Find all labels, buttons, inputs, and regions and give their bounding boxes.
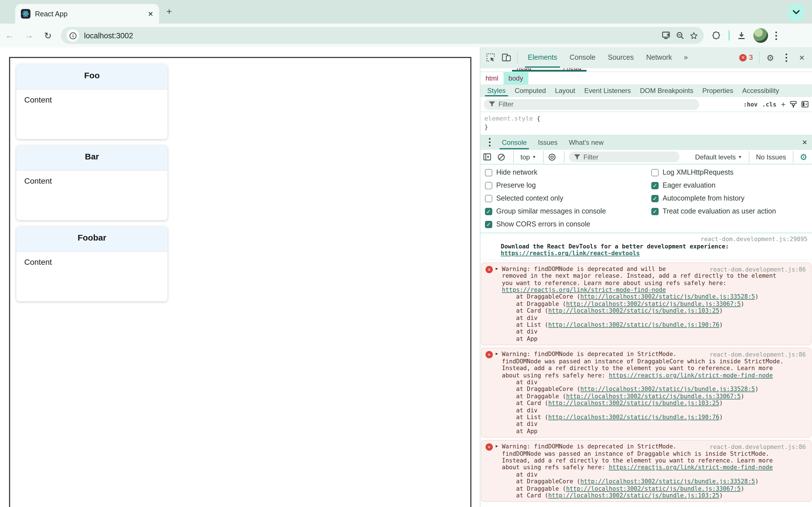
message-link[interactable]: https://reactjs.org/link/strict-mode-fin… [609,372,773,378]
setting-log-xmlhttprequests[interactable]: Log XMLHttpRequests [651,168,808,176]
expand-triangle-icon[interactable]: ▶ [496,444,498,448]
message-link[interactable]: http://localhost:3002/static/js/bundle.j… [548,307,719,314]
checkbox[interactable]: ✓ [651,182,659,189]
dom-tree-clipped-row[interactable]: head /head [480,68,812,72]
devtools-settings-icon[interactable]: ⚙ [763,51,777,64]
dock-sidebar-icon[interactable] [801,101,809,108]
message-source-link[interactable]: react-dom.development.js:29895 [501,235,808,243]
checkbox[interactable]: ✓ [651,194,659,202]
styles-filter-input[interactable]: Filter [484,99,699,110]
drawer-tab-console[interactable]: Console [496,135,532,149]
checkbox[interactable] [485,182,492,189]
message-link[interactable]: https://reactjs.org/link/react-devtools [501,250,640,257]
log-levels-selector[interactable]: Default levels▼ [693,153,744,161]
browser-tab[interactable]: React App ✕ [15,4,159,24]
new-tab-button[interactable]: + [166,7,172,16]
checkbox[interactable] [485,194,492,202]
checkbox[interactable]: ✓ [485,208,492,215]
live-expression-eye-icon[interactable] [548,153,559,161]
message-link[interactable]: http://localhost:3002/static/js/bundle.j… [566,485,741,492]
device-toolbar-icon[interactable] [500,51,513,64]
zoom-out-icon[interactable] [676,31,684,40]
card-header[interactable]: Foo [16,64,167,90]
message-link[interactable]: http://localhost:3002/static/js/bundle.j… [566,392,741,399]
forward-button[interactable]: → [19,31,38,41]
tab-search-chevron-button[interactable] [788,4,804,20]
message-link[interactable]: http://localhost:3002/static/js/bundle.j… [548,492,719,499]
setting-show-cors-errors-in-console[interactable]: ✓Show CORS errors in console [485,220,651,228]
issues-counter[interactable]: No Issues [754,153,788,161]
breadcrumb-body[interactable]: body [503,72,528,84]
message-source-link[interactable]: react-dom.development.js:86 [710,351,806,358]
message-link[interactable]: http://localhost:3002/static/js/bundle.j… [566,300,741,307]
browser-menu-icon[interactable] [775,31,777,40]
message-link[interactable]: http://localhost:3002/static/js/bundle.j… [548,321,719,328]
toggle-class-button[interactable]: .cls [762,101,776,108]
extensions-puzzle-icon[interactable] [712,31,721,40]
sidebar-tab-styles[interactable]: Styles [483,85,510,96]
tab-sources[interactable]: Sources [602,47,640,68]
message-link[interactable]: http://localhost:3002/static/js/bundle.j… [548,399,719,406]
setting-preserve-log[interactable]: Preserve log [485,181,651,189]
tab-elements[interactable]: Elements [522,47,563,68]
checkbox[interactable]: ✓ [485,221,492,228]
message-link[interactable]: http://localhost:3002/static/js/bundle.j… [580,386,755,392]
more-tabs-icon[interactable]: » [680,54,691,61]
card-bar[interactable]: BarContent [16,145,167,220]
drawer-close-icon[interactable]: ✕ [802,138,808,146]
card-foobar[interactable]: FoobarContent [16,226,167,301]
expand-triangle-icon[interactable]: ▶ [496,267,498,271]
setting-selected-context-only[interactable]: Selected context only [485,194,651,202]
devtools-menu-icon[interactable] [779,51,793,64]
back-button[interactable]: ← [0,31,19,41]
message-link[interactable]: http://localhost:3002/static/js/bundle.j… [580,478,755,485]
setting-hide-network[interactable]: Hide network [485,168,651,176]
message-link[interactable]: http://localhost:3002/static/js/bundle.j… [580,293,755,300]
checkbox[interactable] [485,169,492,176]
js-context-selector[interactable]: top▼ [518,153,538,161]
toggle-hover-button[interactable]: :hov [743,101,758,108]
message-source-link[interactable]: react-dom.development.js:86 [710,443,806,450]
console-filter-input[interactable]: Filter [569,152,679,162]
console-sidebar-icon[interactable] [483,153,495,161]
message-link[interactable]: https://reactjs.org/link/strict-mode-fin… [502,286,666,293]
message-link[interactable]: https://reactjs.org/link/strict-mode-fin… [609,464,773,471]
drawer-tab-issues[interactable]: Issues [532,135,563,149]
sidebar-tab-computed[interactable]: Computed [510,85,550,96]
sidebar-tab-properties[interactable]: Properties [698,85,738,96]
checkbox[interactable] [651,169,659,176]
inspect-element-icon[interactable] [484,51,497,64]
new-style-rule-button[interactable]: + [781,100,785,109]
setting-treat-code-evaluation-as-user-action[interactable]: ✓Treat code evaluation as user action [651,207,808,215]
site-info-icon[interactable] [66,29,79,42]
bookmark-star-icon[interactable] [690,31,698,40]
setting-autocomplete-from-history[interactable]: ✓Autocomplete from history [651,194,808,202]
drawer-tab-what-s-new[interactable]: What's new [563,135,609,149]
setting-eager-evaluation[interactable]: ✓Eager evaluation [651,181,808,189]
message-source-link[interactable]: react-dom.development.js:86 [710,266,806,273]
sidebar-tab-layout[interactable]: Layout [550,85,580,96]
tab-close-icon[interactable]: ✕ [148,10,153,18]
sidebar-tab-event-listeners[interactable]: Event Listeners [580,85,635,96]
checkbox[interactable]: ✓ [651,208,659,215]
drawer-menu-icon[interactable] [483,136,496,149]
card-header[interactable]: Bar [16,145,167,171]
sidebar-tab-dom-breakpoints[interactable]: DOM Breakpoints [636,85,698,96]
downloads-icon[interactable] [737,31,746,40]
card-header[interactable]: Foobar [16,226,167,252]
clear-console-icon[interactable] [497,153,509,161]
tab-console[interactable]: Console [563,47,602,68]
card-foo[interactable]: FooContent [16,64,167,139]
setting-group-similar-messages-in-console[interactable]: ✓Group similar messages in console [485,207,651,215]
expand-triangle-icon[interactable]: ▶ [496,352,498,356]
profile-avatar[interactable] [753,28,768,43]
message-link[interactable]: http://localhost:3002/static/js/bundle.j… [548,413,719,420]
sidebar-tab-accessibility[interactable]: Accessibility [738,85,783,96]
tab-network[interactable]: Network [640,47,678,68]
address-bar[interactable]: localhost:3002 [61,27,704,44]
breadcrumb-html[interactable]: html [480,72,503,84]
error-count-badge[interactable]: ✕ 3 [740,54,753,61]
rendering-brush-icon[interactable] [790,101,797,108]
console-settings-icon[interactable]: ⚙ [798,152,809,162]
element-style-rule[interactable]: element.style { } [480,112,812,135]
